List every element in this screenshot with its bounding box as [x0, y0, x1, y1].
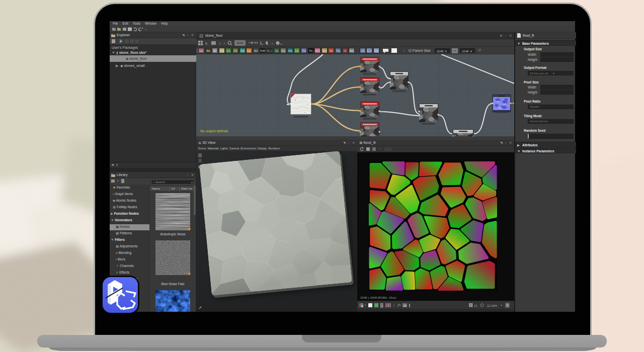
svg-text:19: 19 — [474, 304, 477, 307]
svg-text:/: / — [393, 304, 394, 307]
svg-text:i: i — [219, 41, 220, 46]
svg-text:12.16%: 12.16% — [487, 304, 498, 307]
svg-text:tt: tt — [205, 42, 207, 45]
svg-text:3D: 3D — [404, 304, 407, 307]
svg-text:No output defined: No output defined — [200, 129, 228, 133]
